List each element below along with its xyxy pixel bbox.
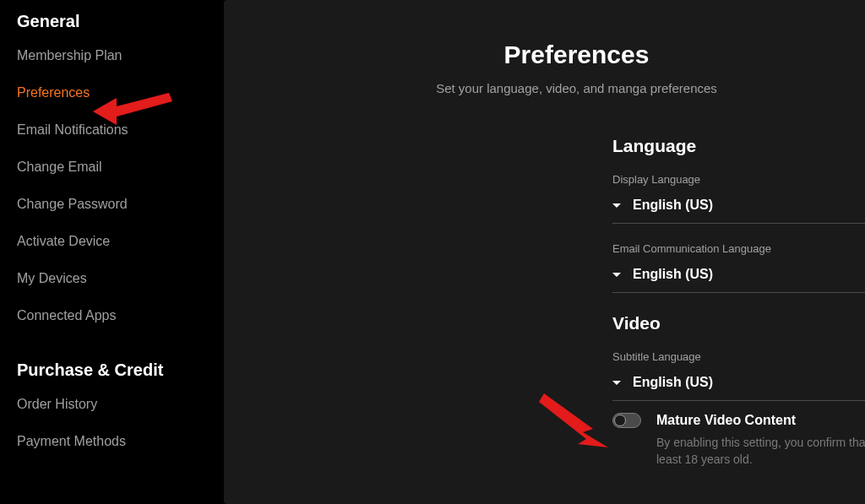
settings-body: Language Display Language English (US) E… bbox=[612, 136, 865, 468]
page-subtitle: Set your language, video, and manga pref… bbox=[224, 81, 865, 95]
section-language: Language Display Language English (US) E… bbox=[612, 136, 865, 293]
sidebar-heading-purchase-credit: Purchase & Credit bbox=[17, 360, 207, 380]
annotation-arrow-icon bbox=[532, 388, 625, 464]
sidebar-item-change-email[interactable]: Change Email bbox=[17, 160, 207, 175]
sidebar-item-connected-apps[interactable]: Connected Apps bbox=[17, 308, 207, 323]
display-language-value: English (US) bbox=[633, 198, 713, 213]
mature-content-title: Mature Video Content bbox=[656, 413, 865, 428]
sidebar-item-activate-device[interactable]: Activate Device bbox=[17, 234, 207, 249]
section-title-language: Language bbox=[612, 136, 865, 156]
toggle-knob-icon bbox=[614, 415, 626, 426]
mature-content-toggle[interactable] bbox=[612, 413, 641, 428]
email-language-label: Email Communication Language bbox=[612, 242, 865, 255]
sidebar-item-membership-plan[interactable]: Membership Plan bbox=[17, 48, 207, 63]
sidebar-item-payment-methods[interactable]: Payment Methods bbox=[17, 434, 207, 449]
sidebar-item-email-notifications[interactable]: Email Notifications bbox=[17, 122, 207, 138]
subtitle-language-label: Subtitle Language bbox=[612, 350, 865, 363]
page-header: Preferences Set your language, video, an… bbox=[224, 41, 865, 95]
svg-marker-1 bbox=[539, 393, 608, 447]
sidebar-item-change-password[interactable]: Change Password bbox=[17, 197, 207, 212]
content-wrap: Preferences Set your language, video, an… bbox=[224, 0, 865, 504]
display-language-dropdown[interactable]: English (US) bbox=[612, 191, 865, 224]
mature-content-desc: By enabling this setting, you confirm th… bbox=[656, 435, 865, 468]
section-video: Video Subtitle Language English (US) Mat… bbox=[612, 313, 865, 468]
page-title: Preferences bbox=[224, 41, 865, 69]
sidebar: General Membership Plan Preferences Emai… bbox=[0, 0, 224, 504]
email-language-dropdown[interactable]: English (US) bbox=[612, 260, 865, 293]
section-title-video: Video bbox=[612, 313, 865, 333]
caret-down-icon bbox=[612, 203, 621, 208]
mature-content-row: Mature Video Content By enabling this se… bbox=[612, 413, 865, 468]
email-language-value: English (US) bbox=[633, 267, 713, 282]
sidebar-item-preferences[interactable]: Preferences bbox=[17, 85, 207, 100]
sidebar-item-my-devices[interactable]: My Devices bbox=[17, 271, 207, 286]
subtitle-language-dropdown[interactable]: English (US) bbox=[612, 368, 865, 401]
sidebar-item-order-history[interactable]: Order History bbox=[17, 397, 207, 412]
mature-content-text: Mature Video Content By enabling this se… bbox=[656, 413, 865, 468]
caret-down-icon bbox=[612, 273, 621, 277]
sidebar-heading-general: General bbox=[17, 12, 207, 31]
display-language-label: Display Language bbox=[612, 173, 865, 186]
caret-down-icon bbox=[612, 381, 621, 385]
subtitle-language-value: English (US) bbox=[633, 375, 713, 390]
content-panel: Preferences Set your language, video, an… bbox=[224, 0, 865, 504]
